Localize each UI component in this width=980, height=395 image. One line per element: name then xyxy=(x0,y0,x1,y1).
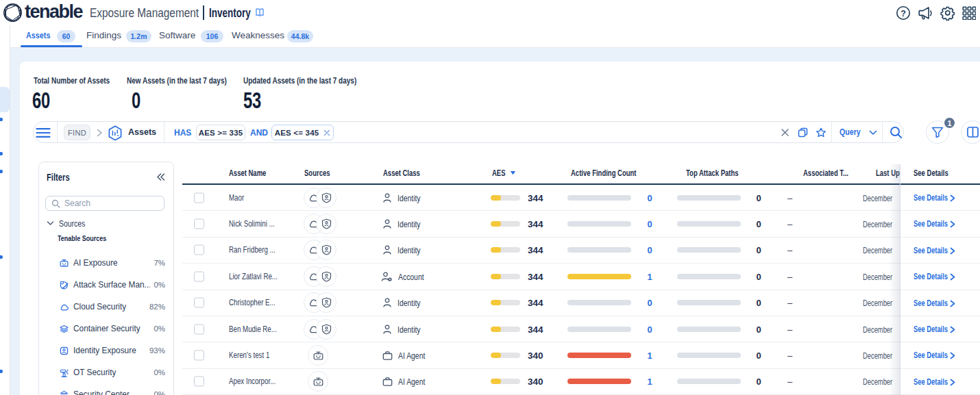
svg-text:?: ? xyxy=(901,9,906,18)
